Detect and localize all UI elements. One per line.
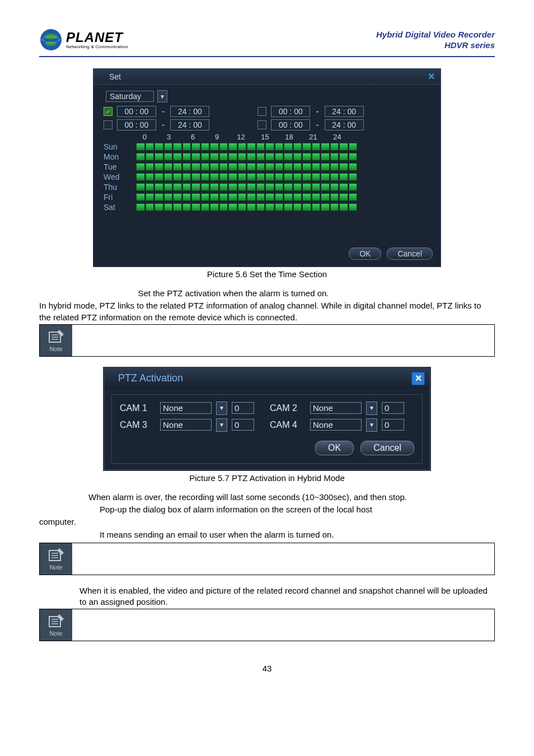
schedule-cell[interactable] xyxy=(164,143,173,151)
schedule-bar[interactable] xyxy=(136,163,357,171)
schedule-cell[interactable] xyxy=(312,153,321,161)
schedule-cell[interactable] xyxy=(210,203,219,211)
time-row1-checkbox1[interactable] xyxy=(104,107,113,116)
schedule-cell[interactable] xyxy=(312,183,321,191)
schedule-cell[interactable] xyxy=(339,183,348,191)
schedule-cell[interactable] xyxy=(201,143,210,151)
schedule-cell[interactable] xyxy=(339,163,348,171)
schedule-cell[interactable] xyxy=(146,193,154,201)
schedule-cell[interactable] xyxy=(228,143,237,151)
schedule-cell[interactable] xyxy=(182,173,191,181)
schedule-cell[interactable] xyxy=(146,143,154,151)
cam4-preset[interactable]: 0 xyxy=(382,419,404,431)
close-icon[interactable]: ✕ xyxy=(425,71,437,82)
chevron-down-icon[interactable]: ▼ xyxy=(366,418,377,432)
schedule-cell[interactable] xyxy=(349,153,358,161)
cam1-preset[interactable]: 0 xyxy=(232,402,254,414)
chevron-down-icon[interactable]: ▼ xyxy=(216,402,227,415)
schedule-cell[interactable] xyxy=(191,193,200,201)
schedule-cell[interactable] xyxy=(173,143,182,151)
schedule-cell[interactable] xyxy=(247,163,256,171)
schedule-cell[interactable] xyxy=(201,173,210,181)
day-select[interactable]: Saturday xyxy=(106,91,154,102)
schedule-cell[interactable] xyxy=(330,143,339,151)
schedule-cell[interactable] xyxy=(256,143,265,151)
schedule-cell[interactable] xyxy=(201,153,210,161)
schedule-cell[interactable] xyxy=(321,153,330,161)
schedule-cell[interactable] xyxy=(321,203,330,211)
schedule-cell[interactable] xyxy=(293,153,302,161)
schedule-cell[interactable] xyxy=(238,203,247,211)
cam4-select[interactable]: None xyxy=(310,419,362,431)
schedule-cell[interactable] xyxy=(238,173,247,181)
schedule-cell[interactable] xyxy=(191,153,200,161)
schedule-cell[interactable] xyxy=(154,203,163,211)
schedule-cell[interactable] xyxy=(284,153,293,161)
schedule-cell[interactable] xyxy=(136,203,145,211)
schedule-cell[interactable] xyxy=(302,163,311,171)
schedule-cell[interactable] xyxy=(293,193,302,201)
chevron-down-icon[interactable]: ▼ xyxy=(366,402,377,415)
time-row2-end1[interactable]: 24 : 00 xyxy=(170,119,209,130)
schedule-cell[interactable] xyxy=(256,193,265,201)
schedule-cell[interactable] xyxy=(284,203,293,211)
schedule-cell[interactable] xyxy=(164,203,173,211)
schedule-cell[interactable] xyxy=(228,203,237,211)
schedule-cell[interactable] xyxy=(284,173,293,181)
schedule-cell[interactable] xyxy=(136,143,145,151)
schedule-cell[interactable] xyxy=(136,153,145,161)
schedule-cell[interactable] xyxy=(182,203,191,211)
schedule-cell[interactable] xyxy=(191,163,200,171)
schedule-cell[interactable] xyxy=(349,183,358,191)
schedule-cell[interactable] xyxy=(191,173,200,181)
schedule-bar[interactable] xyxy=(136,143,357,151)
schedule-cell[interactable] xyxy=(238,193,247,201)
schedule-cell[interactable] xyxy=(330,193,339,201)
time-row1-end1[interactable]: 24 : 00 xyxy=(170,106,209,117)
time-row2-start1[interactable]: 00 : 00 xyxy=(117,119,156,130)
schedule-cell[interactable] xyxy=(191,203,200,211)
schedule-cell[interactable] xyxy=(349,203,358,211)
schedule-cell[interactable] xyxy=(339,203,348,211)
schedule-cell[interactable] xyxy=(247,153,256,161)
schedule-cell[interactable] xyxy=(173,163,182,171)
schedule-cell[interactable] xyxy=(136,163,145,171)
schedule-cell[interactable] xyxy=(312,173,321,181)
schedule-cell[interactable] xyxy=(275,193,284,201)
schedule-cell[interactable] xyxy=(146,203,154,211)
schedule-cell[interactable] xyxy=(228,193,237,201)
schedule-cell[interactable] xyxy=(312,143,321,151)
schedule-cell[interactable] xyxy=(275,183,284,191)
schedule-cell[interactable] xyxy=(256,153,265,161)
schedule-bar[interactable] xyxy=(136,173,357,181)
schedule-cell[interactable] xyxy=(228,183,237,191)
schedule-cell[interactable] xyxy=(330,153,339,161)
schedule-cell[interactable] xyxy=(265,143,274,151)
cam2-preset[interactable]: 0 xyxy=(382,402,404,414)
cam3-preset[interactable]: 0 xyxy=(232,419,254,431)
schedule-cell[interactable] xyxy=(321,193,330,201)
schedule-cell[interactable] xyxy=(293,143,302,151)
schedule-cell[interactable] xyxy=(173,153,182,161)
schedule-cell[interactable] xyxy=(182,193,191,201)
schedule-cell[interactable] xyxy=(275,203,284,211)
cam3-select[interactable]: None xyxy=(160,419,212,431)
schedule-cell[interactable] xyxy=(265,193,274,201)
schedule-cell[interactable] xyxy=(173,173,182,181)
schedule-cell[interactable] xyxy=(330,163,339,171)
schedule-cell[interactable] xyxy=(164,193,173,201)
schedule-cell[interactable] xyxy=(173,193,182,201)
schedule-cell[interactable] xyxy=(339,143,348,151)
schedule-cell[interactable] xyxy=(136,193,145,201)
schedule-cell[interactable] xyxy=(302,203,311,211)
schedule-cell[interactable] xyxy=(219,183,228,191)
schedule-cell[interactable] xyxy=(247,203,256,211)
time-row1-checkbox2[interactable] xyxy=(257,107,266,116)
schedule-cell[interactable] xyxy=(256,183,265,191)
schedule-cell[interactable] xyxy=(164,173,173,181)
schedule-cell[interactable] xyxy=(330,183,339,191)
time-row2-end2[interactable]: 24 : 00 xyxy=(325,119,364,130)
schedule-cell[interactable] xyxy=(154,153,163,161)
schedule-cell[interactable] xyxy=(349,193,358,201)
schedule-cell[interactable] xyxy=(219,203,228,211)
